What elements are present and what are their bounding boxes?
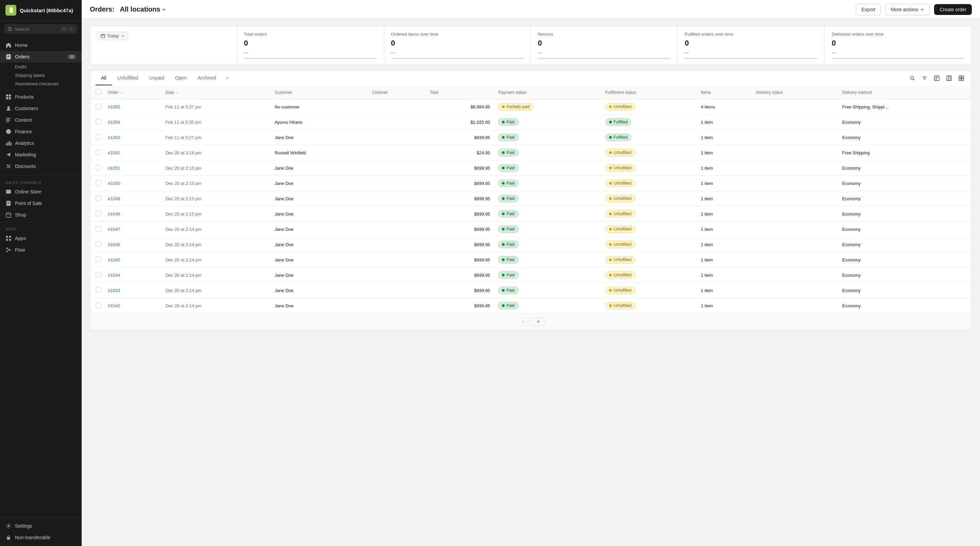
col-customer[interactable]: Customer <box>270 86 368 99</box>
location-selector-button[interactable]: All locations <box>117 4 169 14</box>
sidebar-item-customers[interactable]: Customers <box>0 103 82 114</box>
row-checkbox[interactable] <box>95 104 101 109</box>
row-checkbox[interactable] <box>95 165 101 170</box>
table-row[interactable]: #1053 Feb 11 at 5:27 pm Jane Doe $699.95… <box>90 130 972 145</box>
row-checkbox[interactable] <box>95 241 101 247</box>
row-checkbox[interactable] <box>95 149 101 155</box>
table-row[interactable]: #1042 Dec 20 at 2:14 pm Jane Doe $699.95… <box>90 298 972 313</box>
sidebar-item-point-of-sale[interactable]: Point of Sale <box>0 197 82 209</box>
order-link[interactable]: #1044 <box>108 273 120 278</box>
sidebar-item-analytics[interactable]: Analytics <box>0 137 82 149</box>
table-row[interactable]: #1048 Dec 20 at 2:15 pm Jane Doe $699.95… <box>90 206 972 222</box>
svg-point-20 <box>7 165 8 166</box>
table-row[interactable]: #1049 Dec 20 at 2:15 pm Jane Doe $699.95… <box>90 191 972 206</box>
sidebar-item-home[interactable]: Home <box>0 40 82 51</box>
layout-button[interactable] <box>956 73 966 83</box>
svg-rect-23 <box>6 190 11 194</box>
pagination-prev-button[interactable] <box>517 317 530 326</box>
fulfillment-status-badge: Fulfilled <box>605 133 631 141</box>
order-link[interactable]: #1043 <box>108 288 120 293</box>
row-checkbox[interactable] <box>95 226 101 232</box>
sidebar-item-online-store[interactable]: Online Store <box>0 186 82 197</box>
tab-all[interactable]: All <box>95 71 112 85</box>
row-checkbox[interactable] <box>95 134 101 140</box>
order-link[interactable]: #1048 <box>108 211 120 217</box>
svg-line-35 <box>8 250 9 252</box>
order-link[interactable]: #1046 <box>108 242 120 247</box>
order-link[interactable]: #1050 <box>108 181 120 186</box>
chevron-right-icon <box>536 319 541 324</box>
order-link[interactable]: #1047 <box>108 227 120 232</box>
table-row[interactable]: #1050 Dec 20 at 2:15 pm Jane Doe $699.95… <box>90 176 972 191</box>
table-row[interactable]: #1047 Dec 20 at 2:14 pm Jane Doe $699.95… <box>90 222 972 237</box>
table-row[interactable]: #1046 Dec 20 at 2:14 pm Jane Doe $699.95… <box>90 237 972 252</box>
row-checkbox[interactable] <box>95 211 101 216</box>
order-link[interactable]: #1054 <box>108 120 120 125</box>
table-row[interactable]: #1052 Dec 26 at 3:18 pm Russell Winfield… <box>90 145 972 160</box>
select-all-checkbox[interactable] <box>95 89 101 95</box>
row-checkbox[interactable] <box>95 303 101 308</box>
row-checkbox[interactable] <box>95 195 101 201</box>
row-checkbox[interactable] <box>95 272 101 278</box>
order-link[interactable]: #1049 <box>108 196 120 201</box>
col-payment-status[interactable]: Payment status <box>494 86 601 99</box>
sort-button[interactable] <box>932 73 942 83</box>
sidebar-item-discounts[interactable]: Discounts <box>0 160 82 172</box>
col-fulfillment-status[interactable]: Fulfillment status <box>601 86 697 99</box>
table-row[interactable]: #1054 Feb 11 at 5:35 pm Ayumu Hirano $1,… <box>90 114 972 130</box>
create-order-button[interactable]: Create order <box>934 4 972 15</box>
more-actions-button[interactable]: More actions <box>885 4 930 15</box>
sidebar-item-marketing[interactable]: Marketing <box>0 149 82 160</box>
sidebar-item-non-transferable[interactable]: Non-transferable <box>0 532 82 543</box>
today-badge[interactable]: Today <box>97 32 128 40</box>
cell-date: Dec 20 at 2:14 pm <box>161 298 270 313</box>
order-link[interactable]: #1052 <box>108 150 120 156</box>
col-channel[interactable]: Channel <box>368 86 426 99</box>
search-orders-button[interactable] <box>907 73 917 83</box>
tab-unfulfilled[interactable]: Unfulfilled <box>112 71 143 85</box>
sidebar-item-drafts[interactable]: Drafts <box>15 63 82 71</box>
table-row[interactable]: #1043 Dec 20 at 2:14 pm Jane Doe $699.95… <box>90 283 972 298</box>
col-items[interactable]: Items <box>697 86 752 99</box>
discounts-icon <box>5 163 11 169</box>
table-row[interactable]: #1055 Feb 11 at 5:37 pm No customer $6,9… <box>90 99 972 114</box>
col-delivery-method[interactable]: Delivery method <box>838 86 972 99</box>
tab-archived[interactable]: Archived <box>192 71 221 85</box>
row-checkbox[interactable] <box>95 257 101 262</box>
add-tab-button[interactable]: + <box>221 72 233 85</box>
columns-button[interactable] <box>944 73 954 83</box>
sidebar-item-finance[interactable]: Finance <box>0 126 82 137</box>
sidebar-item-shop[interactable]: Shop <box>0 209 82 221</box>
sidebar-item-settings[interactable]: Settings <box>0 520 82 532</box>
sidebar-item-orders[interactable]: Orders 53 <box>0 51 82 63</box>
pagination-next-button[interactable] <box>532 317 544 326</box>
order-link[interactable]: #1053 <box>108 135 120 140</box>
col-delivery-status[interactable]: Delivery status <box>752 86 838 99</box>
order-link[interactable]: #1055 <box>108 105 120 110</box>
filter-button[interactable] <box>920 73 929 83</box>
row-checkbox[interactable] <box>95 180 101 186</box>
order-link[interactable]: #1051 <box>108 165 120 171</box>
row-checkbox[interactable] <box>95 287 101 293</box>
sidebar-item-content[interactable]: Content <box>0 114 82 126</box>
sidebar-item-label: Shop <box>15 212 26 217</box>
order-link[interactable]: #1042 <box>108 303 120 308</box>
col-total[interactable]: Total <box>426 86 495 99</box>
tab-unpaid[interactable]: Unpaid <box>143 71 169 85</box>
sidebar-item-shipping-labels[interactable]: Shipping labels <box>15 71 82 79</box>
tab-open[interactable]: Open <box>169 71 192 85</box>
search-bar[interactable]: Search ⌘ K <box>4 24 78 34</box>
col-order[interactable]: Order <box>104 86 161 99</box>
sidebar-item-abandoned-checkouts[interactable]: Abandoned checkouts <box>15 79 82 88</box>
table-row[interactable]: #1044 Dec 20 at 2:14 pm Jane Doe $699.95… <box>90 268 972 283</box>
export-button[interactable]: Export <box>856 4 881 15</box>
table-row[interactable]: #1051 Dec 20 at 2:15 pm Jane Doe $699.95… <box>90 160 972 176</box>
order-link[interactable]: #1045 <box>108 257 120 262</box>
sidebar-item-apps[interactable]: Apps <box>0 233 82 244</box>
marketing-icon <box>5 152 11 158</box>
table-row[interactable]: #1045 Dec 20 at 2:14 pm Jane Doe $699.95… <box>90 252 972 268</box>
col-date[interactable]: Date <box>161 86 270 99</box>
row-checkbox[interactable] <box>95 119 101 124</box>
sidebar-item-flow[interactable]: Flow <box>0 244 82 256</box>
sidebar-item-products[interactable]: Products <box>0 91 82 103</box>
